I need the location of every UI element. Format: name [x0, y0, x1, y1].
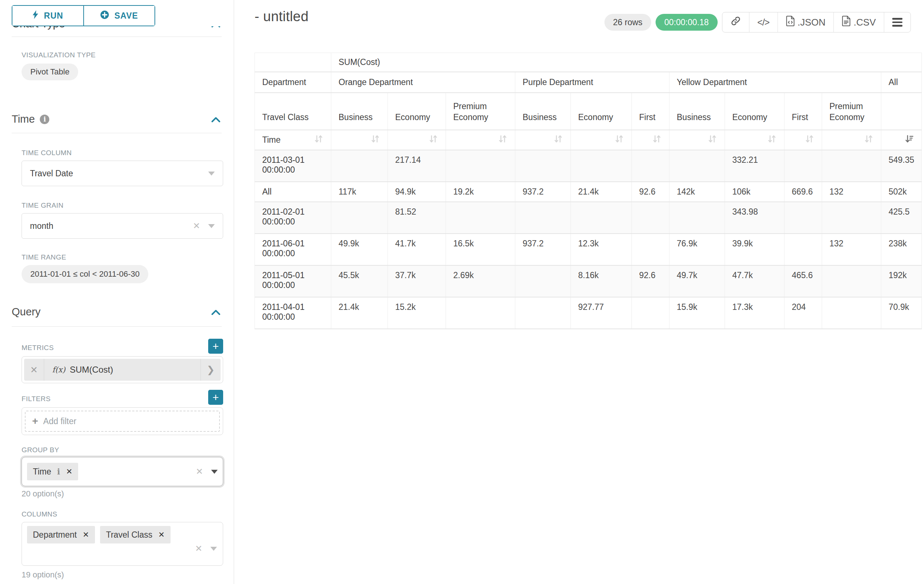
time-range-label: TIME RANGE	[21, 253, 66, 262]
sort-icon[interactable]	[614, 134, 624, 146]
pivot-sort-cell	[446, 130, 515, 150]
file-code-icon	[786, 16, 795, 29]
pivot-sort-cell	[632, 130, 670, 150]
run-save-button-group: RUN SAVE	[12, 5, 155, 26]
sort-icon[interactable]	[498, 134, 508, 146]
sort-icon[interactable]	[314, 134, 323, 146]
chart-title[interactable]: - untitled	[254, 9, 309, 25]
columns-options-hint: 19 option(s)	[21, 570, 64, 580]
sort-icon[interactable]	[708, 134, 717, 146]
add-metric-button[interactable]: +	[208, 339, 223, 354]
run-button[interactable]: RUN	[12, 6, 83, 26]
group-by-chip-time[interactable]: Time i ✕	[27, 463, 78, 480]
file-text-icon	[842, 16, 851, 29]
pivot-cell	[822, 297, 881, 329]
pivot-row-label: 2011-03-01 00:00:00	[255, 150, 331, 182]
view-query-button[interactable]: </>	[749, 12, 777, 32]
remove-chip-icon[interactable]: ✕	[66, 467, 73, 476]
query-section-collapse-chevron-icon[interactable]	[211, 309, 221, 317]
pivot-cell: 81.52	[388, 202, 446, 234]
pivot-cell	[822, 265, 881, 297]
sort-icon[interactable]	[370, 134, 380, 146]
chevron-down-icon[interactable]	[208, 171, 215, 176]
pivot-sort-cell	[670, 130, 725, 150]
clear-icon[interactable]: ✕	[193, 221, 200, 231]
pivot-cell: 465.6	[784, 265, 822, 297]
sort-icon[interactable]	[553, 134, 563, 146]
clear-icon[interactable]: ✕	[195, 543, 202, 554]
plus-icon: +	[32, 416, 38, 426]
pivot-cell: 41.7k	[388, 234, 446, 265]
pivot-cell	[446, 202, 515, 234]
pivot-cell	[822, 202, 881, 234]
sort-icon[interactable]	[428, 134, 438, 146]
sort-desc-active-icon[interactable]	[904, 134, 914, 146]
visualization-type-pill[interactable]: Pivot Table	[21, 64, 78, 80]
columns-chip-department[interactable]: Department ✕	[27, 526, 95, 543]
clear-icon[interactable]: ✕	[196, 466, 203, 477]
chevron-down-icon[interactable]	[211, 470, 218, 474]
pivot-cell: 117k	[331, 182, 388, 202]
pivot-cell: 76.9k	[670, 234, 725, 265]
time-section-header: Time i	[12, 113, 49, 125]
row-dim-label: Time	[262, 135, 280, 145]
chart-menu-button[interactable]	[884, 12, 911, 32]
sort-icon[interactable]	[864, 134, 874, 146]
pivot-cell: 94.9k	[388, 182, 446, 202]
pivot-cell: 927.77	[571, 297, 632, 329]
time-grain-select[interactable]: month ✕	[21, 213, 223, 239]
columns-chip-travel-class[interactable]: Travel Class ✕	[100, 526, 170, 543]
share-link-button[interactable]	[723, 12, 749, 32]
sort-icon[interactable]	[805, 134, 814, 146]
pivot-cell: 192k	[881, 265, 922, 297]
row-count-badge: 26 rows	[604, 14, 652, 31]
pivot-row-label: 2011-04-01 00:00:00	[255, 297, 331, 329]
pivot-cell	[670, 202, 725, 234]
columns-select[interactable]: Department ✕ Travel Class ✕ ✕	[21, 522, 223, 566]
pivot-row: 2011-03-01 00:00:00217.14332.21549.35	[255, 150, 922, 182]
save-button[interactable]: SAVE	[83, 6, 155, 26]
export-csv-button[interactable]: .CSV	[833, 12, 884, 32]
metric-pill[interactable]: ✕ f(x) SUM(Cost) ❯	[24, 359, 221, 381]
pivot-cell	[632, 202, 670, 234]
remove-chip-icon[interactable]: ✕	[82, 530, 89, 539]
time-range-pill[interactable]: 2011-01-01 ≤ col < 2011-06-30	[21, 265, 148, 283]
pivot-row: 2011-06-01 00:00:0049.9k41.7k16.5k937.21…	[255, 234, 922, 265]
pivot-sort-cell	[515, 130, 571, 150]
pivot-cell	[515, 297, 571, 329]
sidebar-sticky-topbar: RUN SAVE	[0, 0, 234, 26]
time-column-label: TIME COLUMN	[21, 149, 72, 157]
time-section-collapse-chevron-icon[interactable]	[211, 116, 221, 125]
time-column-select[interactable]: Travel Date	[21, 161, 223, 186]
add-filter-plus-button[interactable]: +	[208, 390, 223, 405]
chevron-right-icon[interactable]: ❯	[201, 359, 221, 381]
pivot-cell: 132	[822, 182, 881, 202]
export-button-group: </> .JSON .CSV	[722, 12, 911, 33]
pivot-cell: 92.6	[632, 265, 670, 297]
pivot-class-header	[881, 93, 922, 130]
run-button-label: RUN	[44, 11, 63, 21]
link-icon	[731, 16, 741, 29]
sort-icon[interactable]	[652, 134, 662, 146]
add-filter-button[interactable]: + Add filter	[25, 411, 220, 432]
remove-metric-icon[interactable]: ✕	[24, 359, 44, 381]
pivot-cell: 937.2	[515, 234, 571, 265]
metrics-label: METRICS	[21, 344, 54, 352]
pivot-cell: 204	[784, 297, 822, 329]
pivot-group-header: Orange Department	[331, 72, 515, 93]
group-by-options-hint: 20 option(s)	[21, 489, 64, 498]
json-label: .JSON	[798, 17, 826, 28]
chevron-down-icon[interactable]	[210, 547, 217, 551]
remove-chip-icon[interactable]: ✕	[158, 530, 165, 539]
pivot-row-label: 2011-05-01 00:00:00	[255, 265, 331, 297]
sort-icon[interactable]	[767, 134, 777, 146]
pivot-table-container: SUM(Cost)DepartmentOrange DepartmentPurp…	[254, 53, 922, 329]
time-grain-label: TIME GRAIN	[21, 201, 64, 209]
export-json-button[interactable]: .JSON	[777, 12, 834, 32]
chevron-down-icon[interactable]	[208, 224, 215, 228]
pivot-cell: 16.5k	[446, 234, 515, 265]
section-divider	[12, 326, 222, 327]
pivot-cell: 39.9k	[725, 234, 784, 265]
pivot-corner-cell	[255, 53, 331, 72]
group-by-select[interactable]: Time i ✕ ✕	[21, 457, 223, 486]
